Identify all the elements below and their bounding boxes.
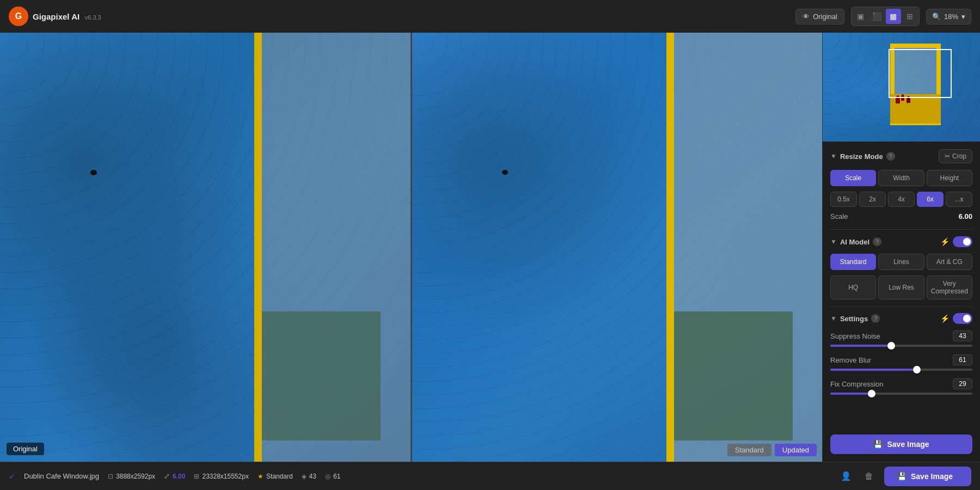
topbar: G Gigapixel AI v6.3.3 👁 Original ▣ ⬛ ▦ ⊞…	[0, 0, 980, 33]
original-label: Original	[7, 443, 44, 455]
view-split-v-button[interactable]: ⬛	[869, 9, 885, 24]
output-size-stat: ⊞ 23328x15552px	[194, 473, 248, 480]
crop-icon: ✂	[945, 152, 950, 160]
view-single-button[interactable]: ▣	[853, 9, 868, 24]
scale-label: Scale	[830, 212, 848, 220]
resize-mode-toggle[interactable]: ▼	[830, 152, 837, 160]
ai-model-help[interactable]: ?	[873, 237, 881, 246]
trash-icon-button[interactable]: 🗑	[862, 469, 875, 483]
original-size-value: 3888x2592px	[116, 473, 155, 480]
image-panels: Original	[0, 33, 822, 462]
settings-lightning-icon: ⚡	[940, 314, 950, 323]
model-art-cg-button[interactable]: Art & CG	[927, 254, 972, 270]
zoom-control[interactable]: 🔍 18% ▾	[926, 9, 971, 24]
resize-mode-group: Scale Width Height	[830, 170, 972, 186]
noise-icon: ◈	[302, 473, 307, 480]
ai-model-toggle-icon[interactable]: ▼	[830, 238, 837, 246]
resize-mode-help[interactable]: ?	[886, 152, 895, 161]
scale-stat: ⤢ 6.00	[164, 472, 185, 480]
scale-icon: ⤢	[164, 472, 170, 480]
original-button[interactable]: 👁 Original	[795, 9, 844, 24]
ai-model-section: ▼ AI Model ? ⚡ Standard Lines Art & CG H…	[830, 236, 972, 299]
noise-stat-value: 43	[309, 473, 316, 480]
file-check-icon: ✓	[9, 472, 15, 481]
suppress-noise-header: Suppress Noise 43	[830, 330, 972, 341]
image-area[interactable]: Original	[0, 33, 822, 462]
logo-area: G Gigapixel AI v6.3.3	[9, 7, 101, 26]
settings-header: ▼ Settings ? ⚡	[830, 313, 972, 324]
ai-variant-group: HQ Low Res Very Compressed	[830, 275, 972, 299]
settings-toggle[interactable]	[953, 313, 972, 324]
original-size-stat: ⊡ 3888x2592px	[108, 473, 155, 480]
suppress-noise-label: Suppress Noise	[830, 332, 880, 340]
app-logo-icon: G	[9, 7, 28, 26]
chevron-down-icon: ▾	[961, 13, 965, 21]
variant-very-compressed-button[interactable]: Very Compressed	[927, 275, 972, 299]
ai-model-group: Standard Lines Art & CG	[830, 254, 972, 270]
scale-custom-button[interactable]: ...x	[946, 192, 972, 207]
model-standard-button[interactable]: Standard	[830, 254, 876, 270]
remove-blur-row: Remove Blur 61	[830, 354, 972, 371]
save-icon: 💾	[873, 440, 883, 449]
remove-blur-track[interactable]	[830, 369, 972, 371]
settings-help[interactable]: ?	[871, 314, 880, 323]
fix-compression-label: Fix Compression	[830, 380, 884, 388]
scale-0-5x-button[interactable]: 0.5x	[830, 192, 857, 207]
fix-compression-track[interactable]	[830, 393, 972, 395]
blur-stat-value: 61	[333, 473, 340, 480]
ai-model-toggle[interactable]	[953, 236, 972, 247]
resize-mode-section: ▼ Resize Mode ? ✂ Crop Scale Width Heigh…	[830, 149, 972, 220]
scale-4x-button[interactable]: 4x	[888, 192, 915, 207]
model-lines-button[interactable]: Lines	[878, 254, 924, 270]
main-content: Original	[0, 33, 980, 462]
app-name: Gigapixel AI	[33, 12, 79, 21]
status-standard: Standard	[727, 444, 771, 456]
scale-2x-button[interactable]: 2x	[859, 192, 886, 207]
view-quad-button[interactable]: ⊞	[902, 9, 917, 24]
save-bottom-icon: 💾	[897, 472, 906, 481]
divider-2	[830, 306, 972, 307]
fix-compression-value: 29	[953, 378, 972, 389]
scale-stat-value: 6.00	[173, 473, 185, 480]
remove-blur-value: 61	[953, 354, 972, 365]
updated-panel: Standard Updated	[412, 33, 823, 462]
thumbnail-selector[interactable]	[889, 49, 952, 98]
output-size-icon: ⊞	[194, 473, 199, 480]
model-stat: ★ Standard	[258, 473, 293, 480]
thumbnail-area	[823, 33, 980, 142]
suppress-noise-fill	[830, 345, 891, 347]
ai-lightning-icon: ⚡	[940, 237, 950, 246]
fix-compression-header: Fix Compression 29	[830, 378, 972, 389]
save-image-button[interactable]: 💾 Save Image	[830, 434, 972, 454]
variant-low-res-button[interactable]: Low Res	[878, 275, 924, 299]
controls-area: ▼ Resize Mode ? ✂ Crop Scale Width Heigh…	[823, 142, 980, 427]
variant-hq-button[interactable]: HQ	[830, 275, 876, 299]
blur-icon: ◎	[325, 473, 330, 480]
thumb-flowers	[890, 94, 940, 124]
remove-blur-thumb[interactable]	[913, 366, 921, 373]
mode-height-button[interactable]: Height	[927, 170, 972, 186]
scale-6x-button[interactable]: 6x	[917, 192, 944, 207]
suppress-noise-row: Suppress Noise 43	[830, 330, 972, 347]
settings-toggle-icon[interactable]: ▼	[830, 315, 837, 322]
original-panel: Original	[0, 33, 411, 462]
original-size-icon: ⊡	[108, 473, 113, 480]
file-name: Dublin Cafe Window.jpg	[24, 472, 99, 480]
save-image-bottom-button[interactable]: 💾 Save Image	[884, 467, 971, 486]
crop-button[interactable]: ✂ Crop	[939, 149, 972, 163]
ai-model-header: ▼ AI Model ? ⚡	[830, 236, 972, 247]
remove-blur-fill	[830, 369, 917, 371]
suppress-noise-thumb[interactable]	[887, 342, 895, 350]
model-stat-value: Standard	[266, 473, 293, 480]
fix-compression-thumb[interactable]	[868, 390, 875, 397]
zoom-value: 18%	[944, 13, 958, 21]
suppress-noise-track[interactable]	[830, 345, 972, 347]
person-icon-button[interactable]: 👤	[838, 469, 854, 483]
mode-width-button[interactable]: Width	[878, 170, 924, 186]
divider-1	[830, 229, 972, 230]
view-split-h-button[interactable]: ▦	[886, 9, 901, 24]
scale-options-group: 0.5x 2x 4x 6x ...x	[830, 192, 972, 207]
updated-image	[412, 33, 823, 462]
mode-scale-button[interactable]: Scale	[830, 170, 876, 186]
app-version: v6.3.3	[85, 14, 101, 21]
